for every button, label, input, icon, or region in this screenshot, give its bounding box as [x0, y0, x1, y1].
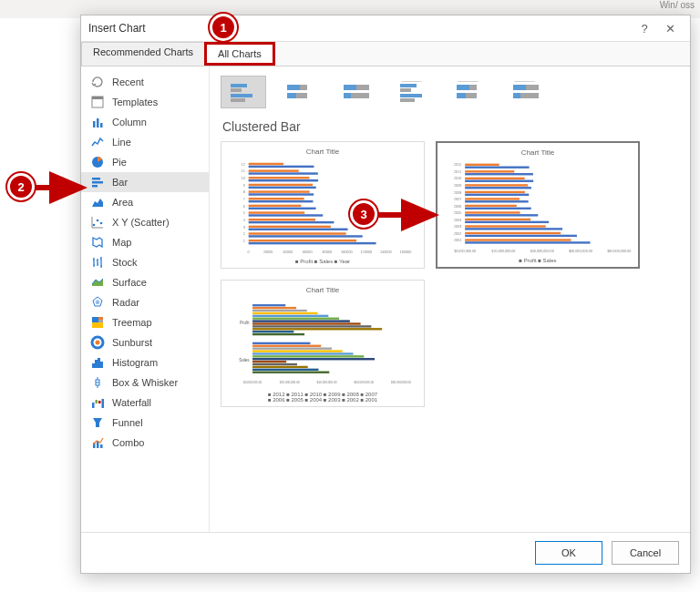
svg-rect-2 [93, 121, 96, 128]
subtype-stacked1003d[interactable] [503, 76, 549, 108]
nav-item-recent[interactable]: Recent [81, 72, 209, 92]
svg-rect-87 [249, 235, 363, 237]
subtype-stacked[interactable] [277, 76, 323, 108]
chart-preview-2[interactable]: Chart Title20122011201020092008200720062… [436, 141, 640, 269]
svg-text:2001: 2001 [454, 239, 461, 242]
svg-text:$40,000,000.00: $40,000,000.00 [530, 250, 554, 253]
ok-button[interactable]: OK [535, 541, 602, 565]
nav-item-label: Column [112, 117, 147, 128]
svg-text:2011: 2011 [454, 170, 461, 174]
svg-rect-129 [465, 225, 546, 227]
arrow-2 [35, 179, 89, 199]
nav-item-label: Funnel [112, 417, 143, 428]
nav-item-box[interactable]: Box & Whisker [81, 373, 209, 393]
nav-item-label: Map [112, 237, 131, 248]
nav-item-sunburst[interactable]: Sunburst [81, 332, 209, 352]
nav-item-label: Sunburst [112, 337, 152, 348]
svg-rect-148 [252, 322, 361, 324]
subtype-stacked100[interactable] [334, 76, 379, 108]
svg-text:2004: 2004 [454, 219, 461, 222]
nav-item-line[interactable]: Line [81, 132, 209, 152]
nav-item-pie[interactable]: Pie [81, 152, 209, 172]
bar-icon [90, 175, 105, 189]
svg-rect-141 [252, 304, 285, 306]
chart-main-panel: Clustered Bar Chart Title121110987654321… [210, 66, 690, 532]
insert-chart-dialog: Insert Chart ? ✕ Recommended Charts All … [80, 15, 691, 574]
help-button[interactable]: ? [632, 22, 657, 36]
svg-point-11 [100, 222, 103, 225]
svg-rect-51 [526, 85, 539, 90]
svg-rect-26 [102, 399, 105, 408]
svg-rect-142 [252, 307, 296, 309]
svg-text:$60,000,000.00: $60,000,000.00 [569, 250, 592, 253]
nav-item-radar[interactable]: Radar [81, 292, 209, 312]
svg-rect-86 [249, 232, 346, 234]
svg-rect-113 [465, 170, 514, 172]
nav-item-treemap[interactable]: Treemap [81, 312, 209, 332]
chart-preview-3[interactable]: Chart TitleProfitSales$0,000,000.00$20,0… [221, 280, 425, 407]
histogram-icon [90, 355, 105, 370]
preview-legend: ■ Profit ■ Sales ■ Year [225, 259, 420, 264]
chart-preview-1[interactable]: Chart Title12111098765432102000040000600… [221, 141, 425, 269]
svg-rect-77 [249, 200, 314, 202]
svg-rect-123 [465, 205, 517, 207]
nav-item-label: Templates [112, 97, 158, 107]
svg-text:$60,000,000.00: $60,000,000.00 [354, 381, 374, 384]
subtype-row [221, 76, 679, 108]
svg-rect-119 [465, 191, 525, 193]
svg-text:2003: 2003 [454, 225, 461, 229]
svg-rect-79 [249, 208, 316, 209]
dialog-footer: OK Cancel [81, 532, 690, 573]
svg-text:2: 2 [243, 232, 245, 236]
cancel-button[interactable]: Cancel [612, 541, 679, 565]
svg-text:$80,000,000.00: $80,000,000.00 [607, 250, 631, 253]
tab-all-charts[interactable]: All Charts [204, 42, 275, 66]
svg-rect-152 [252, 333, 304, 335]
nav-item-map[interactable]: Map [81, 232, 209, 252]
nav-item-combo[interactable]: Combo [81, 433, 209, 453]
nav-item-stock[interactable]: Stock [81, 252, 209, 272]
nav-item-templates[interactable]: Templates [81, 92, 209, 112]
svg-rect-160 [252, 358, 375, 360]
svg-text:100000: 100000 [341, 250, 353, 254]
nav-item-xy[interactable]: X Y (Scatter) [81, 212, 209, 232]
svg-rect-134 [465, 241, 590, 243]
svg-text:Profit: Profit [240, 321, 250, 325]
svg-rect-46 [457, 85, 469, 90]
subtype-stacked3d[interactable] [447, 76, 492, 108]
callout-1: 1 [210, 14, 237, 41]
svg-rect-162 [252, 363, 297, 365]
subtype-clustered3d[interactable] [390, 76, 436, 108]
svg-rect-145 [252, 315, 328, 317]
svg-rect-1 [92, 97, 103, 99]
svg-rect-82 [249, 219, 315, 220]
svg-rect-111 [465, 164, 499, 166]
svg-rect-147 [252, 320, 350, 322]
line-icon [90, 135, 105, 149]
arrow-3 [377, 206, 441, 227]
svg-rect-112 [465, 167, 529, 168]
nav-item-waterfall[interactable]: Waterfall [81, 393, 209, 413]
subtype-clustered[interactable] [221, 76, 266, 108]
recent-icon [90, 75, 105, 89]
dialog-title: Insert Chart [88, 22, 632, 35]
nav-item-bar[interactable]: Bar [81, 172, 209, 192]
svg-rect-151 [252, 331, 293, 332]
svg-rect-21 [100, 362, 103, 368]
nav-item-area[interactable]: Area [81, 192, 209, 212]
svg-rect-69 [249, 172, 318, 174]
nav-item-surface[interactable]: Surface [81, 272, 209, 292]
nav-item-histogram[interactable]: Histogram [81, 352, 209, 373]
nav-item-label: Radar [112, 297, 139, 308]
nav-item-label: Box & Whisker [112, 377, 178, 388]
nav-item-funnel[interactable]: Funnel [81, 413, 209, 433]
svg-point-10 [97, 219, 99, 222]
svg-rect-47 [469, 85, 477, 90]
svg-rect-45 [400, 98, 415, 102]
svg-rect-15 [92, 322, 103, 328]
svg-point-9 [93, 224, 96, 227]
close-button[interactable]: ✕ [657, 22, 683, 36]
tab-recommended[interactable]: Recommended Charts [81, 42, 205, 66]
svg-rect-42 [400, 84, 417, 87]
nav-item-column[interactable]: Column [81, 112, 209, 132]
